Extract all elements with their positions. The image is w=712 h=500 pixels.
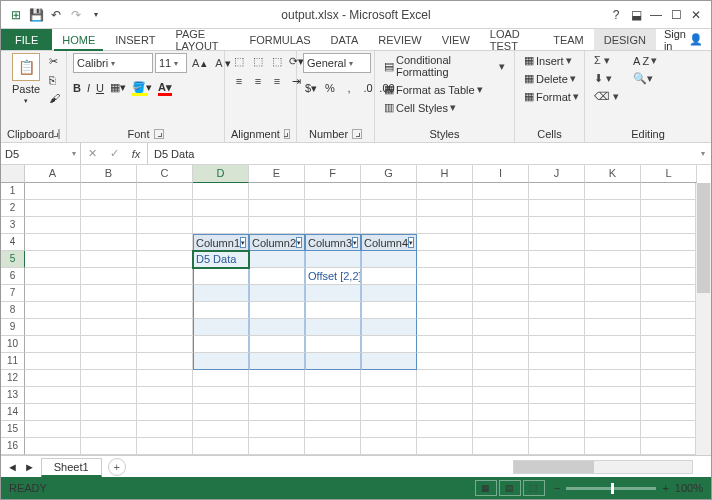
number-launcher[interactable] [352,129,362,139]
file-tab[interactable]: FILE [1,29,52,50]
cell-C12[interactable] [137,370,193,387]
cell-G4[interactable]: Column4▾ [361,234,417,251]
cell-J1[interactable] [529,183,585,200]
row-header-11[interactable]: 11 [1,353,25,370]
sort-filter-button[interactable]: AZ▾ [630,53,660,68]
cell-I6[interactable] [473,268,529,285]
increase-decimal-icon[interactable]: .0 [360,80,376,96]
cell-E14[interactable] [249,404,305,421]
cell-G6[interactable] [361,268,417,285]
tab-team[interactable]: TEAM [543,29,594,50]
align-left-icon[interactable]: ≡ [231,73,247,89]
cell-K11[interactable] [585,353,641,370]
cell-A3[interactable] [25,217,81,234]
cell-J12[interactable] [529,370,585,387]
cell-A4[interactable] [25,234,81,251]
cell-H13[interactable] [417,387,473,404]
fill-button[interactable]: ⬇ ▾ [591,71,622,86]
cell-K6[interactable] [585,268,641,285]
cell-C1[interactable] [137,183,193,200]
conditional-formatting-button[interactable]: ▤Conditional Formatting ▾ [381,53,508,79]
cell-G15[interactable] [361,421,417,438]
col-header-B[interactable]: B [81,165,137,183]
format-cells-button[interactable]: ▦Format ▾ [521,89,582,104]
col-header-D[interactable]: D [193,165,249,183]
tab-page-layout[interactable]: PAGE LAYOUT [165,29,239,50]
delete-cells-button[interactable]: ▦Delete ▾ [521,71,579,86]
cell-D4[interactable]: Column1▾ [193,234,249,251]
expand-formula-icon[interactable]: ▾ [695,143,711,164]
cell-B13[interactable] [81,387,137,404]
cell-I13[interactable] [473,387,529,404]
row-header-12[interactable]: 12 [1,370,25,387]
cell-H6[interactable] [417,268,473,285]
row-header-4[interactable]: 4 [1,234,25,251]
col-header-J[interactable]: J [529,165,585,183]
font-size-combo[interactable]: 11▾ [155,53,187,73]
cell-A15[interactable] [25,421,81,438]
align-right-icon[interactable]: ≡ [269,73,285,89]
cell-G8[interactable] [361,302,417,319]
cell-K7[interactable] [585,285,641,302]
cell-I15[interactable] [473,421,529,438]
cell-J3[interactable] [529,217,585,234]
cell-B3[interactable] [81,217,137,234]
row-header-6[interactable]: 6 [1,268,25,285]
cell-K10[interactable] [585,336,641,353]
cell-J13[interactable] [529,387,585,404]
cell-C3[interactable] [137,217,193,234]
tab-review[interactable]: REVIEW [368,29,431,50]
insert-cells-button[interactable]: ▦Insert ▾ [521,53,575,68]
cell-A12[interactable] [25,370,81,387]
cell-B11[interactable] [81,353,137,370]
cell-H10[interactable] [417,336,473,353]
cell-E2[interactable] [249,200,305,217]
cell-A9[interactable] [25,319,81,336]
cell-J9[interactable] [529,319,585,336]
cell-C9[interactable] [137,319,193,336]
cell-B5[interactable] [81,251,137,268]
cell-B1[interactable] [81,183,137,200]
vertical-scrollbar[interactable] [695,183,711,455]
zoom-out-icon[interactable]: − [554,482,560,494]
cancel-formula-icon[interactable]: ✕ [81,147,103,160]
sheet-tab[interactable]: Sheet1 [41,458,102,477]
underline-button[interactable]: U [96,82,104,94]
cell-C7[interactable] [137,285,193,302]
copy-icon[interactable]: ⎘ [49,74,60,86]
cell-D8[interactable] [193,302,249,319]
fx-icon[interactable]: fx [125,148,147,160]
cell-E9[interactable] [249,319,305,336]
cell-L6[interactable] [641,268,697,285]
cell-D5[interactable]: D5 Data [193,251,249,268]
cell-C6[interactable] [137,268,193,285]
cell-E5[interactable] [249,251,305,268]
col-header-F[interactable]: F [305,165,361,183]
row-header-16[interactable]: 16 [1,438,25,455]
cell-F7[interactable] [305,285,361,302]
cell-H4[interactable] [417,234,473,251]
cell-G2[interactable] [361,200,417,217]
cell-L10[interactable] [641,336,697,353]
cut-icon[interactable]: ✂ [49,55,60,68]
cell-I12[interactable] [473,370,529,387]
cell-E15[interactable] [249,421,305,438]
cell-I5[interactable] [473,251,529,268]
cell-H15[interactable] [417,421,473,438]
row-header-3[interactable]: 3 [1,217,25,234]
col-header-I[interactable]: I [473,165,529,183]
cell-H2[interactable] [417,200,473,217]
sign-in[interactable]: Sign in 👤 [656,29,711,50]
cell-D12[interactable] [193,370,249,387]
cell-C16[interactable] [137,438,193,455]
font-family-combo[interactable]: Calibri▾ [73,53,153,73]
col-header-C[interactable]: C [137,165,193,183]
cell-D6[interactable] [193,268,249,285]
cell-K16[interactable] [585,438,641,455]
row-header-7[interactable]: 7 [1,285,25,302]
cell-F4[interactable]: Column3▾ [305,234,361,251]
cell-L15[interactable] [641,421,697,438]
accept-formula-icon[interactable]: ✓ [103,147,125,160]
clear-button[interactable]: ⌫ ▾ [591,89,622,104]
cell-J16[interactable] [529,438,585,455]
